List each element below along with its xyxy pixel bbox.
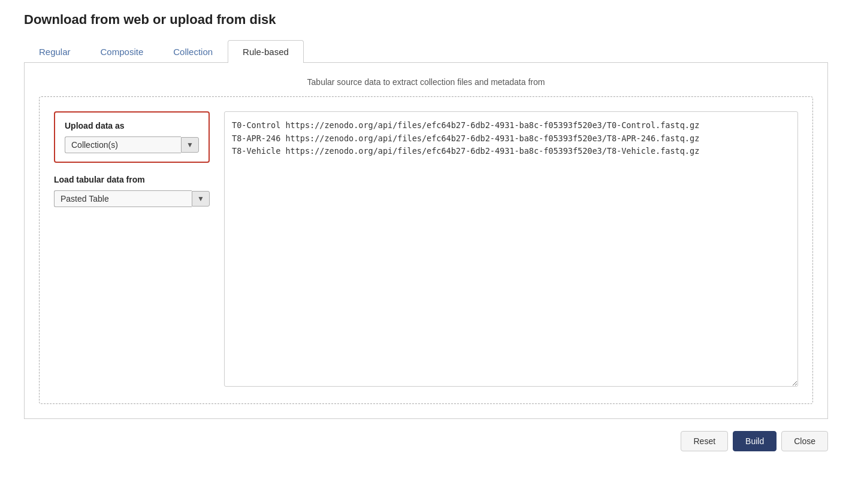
upload-data-dropdown-btn[interactable]: ▼: [181, 137, 199, 153]
reset-button[interactable]: Reset: [681, 431, 728, 451]
tab-rule-based-content: Tabular source data to extract collectio…: [24, 63, 828, 419]
tabs-bar: Regular Composite Collection Rule-based: [24, 40, 828, 63]
tab-rule-based[interactable]: Rule-based: [228, 40, 304, 63]
left-panel: Upload data as Collection(s) Datasets Li…: [54, 111, 210, 389]
load-tabular-section: Load tabular data from Pasted Table Data…: [54, 175, 210, 207]
upload-data-label: Upload data as: [65, 121, 199, 130]
build-button[interactable]: Build: [733, 431, 777, 451]
upload-data-select-row: Collection(s) Datasets Lists ▼: [65, 136, 199, 153]
dialog-title: Download from web or upload from disk: [24, 12, 828, 28]
tab-composite[interactable]: Composite: [86, 40, 159, 63]
dialog-footer: Reset Build Close: [24, 419, 828, 451]
tab-regular[interactable]: Regular: [24, 40, 86, 63]
upload-data-select[interactable]: Collection(s) Datasets Lists: [65, 136, 181, 153]
load-tabular-dropdown-btn[interactable]: ▼: [192, 191, 210, 207]
tabular-data-textarea[interactable]: T0-Control https://zenodo.org/api/files/…: [224, 111, 798, 387]
load-tabular-label: Load tabular data from: [54, 175, 210, 184]
tab-collection[interactable]: Collection: [158, 40, 228, 63]
load-tabular-select-row: Pasted Table Dataset History Dataset ▼: [54, 190, 210, 207]
upload-data-box: Upload data as Collection(s) Datasets Li…: [54, 111, 210, 163]
dialog: Download from web or upload from disk Re…: [24, 12, 828, 451]
right-panel: T0-Control https://zenodo.org/api/files/…: [224, 111, 798, 389]
tab-description: Tabular source data to extract collectio…: [39, 77, 813, 87]
close-button[interactable]: Close: [781, 431, 828, 451]
main-panel: Upload data as Collection(s) Datasets Li…: [39, 96, 813, 404]
load-tabular-select[interactable]: Pasted Table Dataset History Dataset: [54, 190, 192, 207]
